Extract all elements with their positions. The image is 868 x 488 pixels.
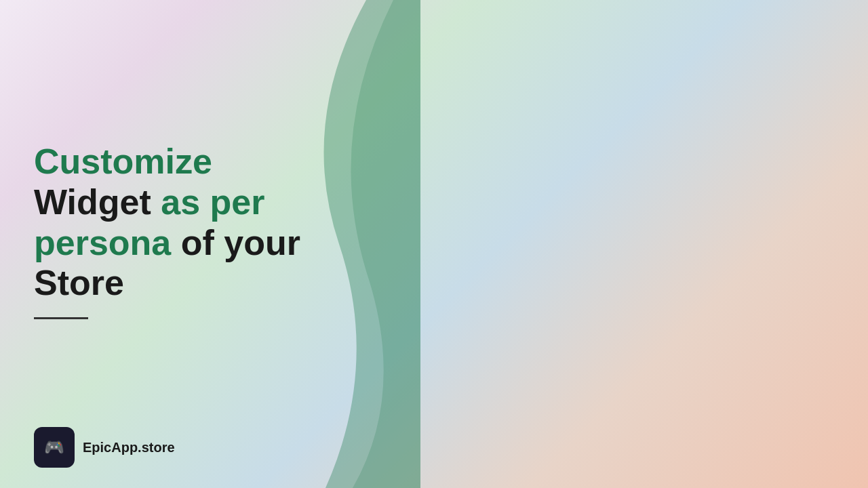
headline-line1: Customize [34, 142, 212, 181]
brand-area: 🎮 EpicApp.store [34, 427, 175, 468]
headline: Customize Widget as per persona of your … [34, 142, 346, 317]
headline-persona: persona [34, 223, 171, 262]
left-panel: Customize Widget as per persona of your … [0, 0, 380, 488]
brand-icon: 🎮 [44, 438, 64, 457]
brand-name: EpicApp.store [83, 440, 175, 455]
headline-store: Store [34, 263, 124, 302]
headline-widget: Widget [34, 182, 161, 222]
brand-logo: 🎮 [34, 427, 75, 468]
headline-as-per: as per [161, 182, 264, 222]
headline-of-your: of your [171, 223, 300, 262]
divider [34, 317, 88, 319]
